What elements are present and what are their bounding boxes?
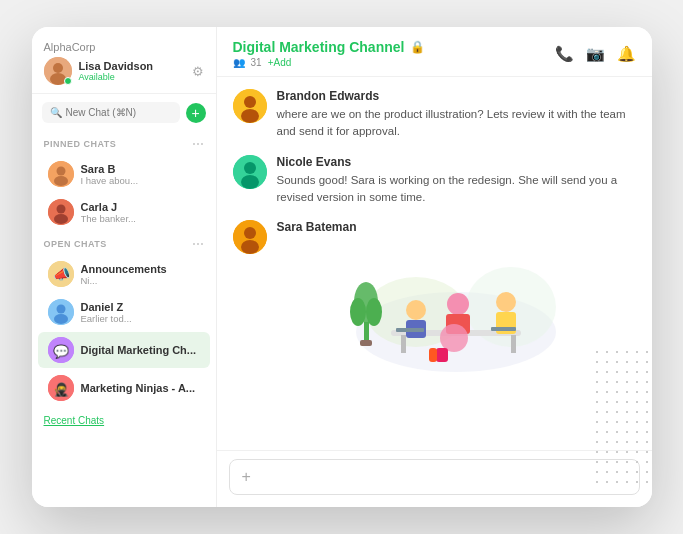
open-chat-daniel[interactable]: Daniel Z Earlier tod... (38, 294, 210, 330)
svg-point-23 (241, 175, 259, 189)
pinned-chats-header: PINNED CHATS ⋯ (32, 131, 216, 155)
announcements-icon: 📣 (48, 261, 74, 287)
svg-point-7 (56, 205, 65, 214)
messages-area: Brandon Edwards where are we on the prod… (217, 77, 652, 450)
user-avatar-wrap (44, 57, 72, 85)
svg-point-44 (496, 292, 516, 312)
svg-point-4 (56, 167, 65, 176)
daniel-chat-text: Daniel Z Earlier tod... (81, 301, 200, 324)
svg-text:🥷: 🥷 (53, 381, 70, 398)
sidebar-header: AlphaCorp Lisa Davi (32, 27, 216, 94)
svg-point-2 (50, 73, 66, 85)
carla-avatar (48, 199, 74, 225)
svg-point-43 (440, 324, 468, 352)
pinned-more-icon[interactable]: ⋯ (192, 137, 204, 151)
phone-icon[interactable]: 📞 (555, 45, 574, 63)
pinned-chat-carla[interactable]: Carla J The banker... (38, 194, 210, 230)
open-chat-marketing[interactable]: 🥷 Marketing Ninjas - A... (38, 370, 210, 406)
carla-avatar-img (48, 199, 74, 225)
marketing-avatar-img: 🥷 (48, 375, 74, 401)
new-chat-button[interactable]: + (186, 103, 206, 123)
header-actions: 📞 📷 🔔 (555, 45, 636, 63)
carla-chat-name: Carla J (81, 201, 200, 213)
message-input-box: + (229, 459, 640, 495)
user-row: Lisa Davidson Available ⚙ (44, 57, 204, 85)
user-status: Available (79, 72, 154, 82)
bell-icon[interactable]: 🔔 (617, 45, 636, 63)
svg-point-22 (244, 162, 256, 174)
svg-rect-48 (429, 348, 437, 362)
sidebar: AlphaCorp Lisa Davi (32, 27, 217, 507)
nicole-text: Sounds good! Sara is working on the rede… (277, 172, 636, 207)
open-chat-announcements[interactable]: 📣 Announcements Ni... (38, 256, 210, 292)
message-input[interactable] (259, 470, 627, 484)
sara-chat-text: Sara B I have abou... (81, 163, 200, 186)
announcements-avatar: 📣 (48, 261, 74, 287)
svg-rect-34 (360, 340, 372, 346)
input-plus-icon[interactable]: + (242, 468, 251, 486)
svg-rect-47 (436, 348, 448, 362)
video-icon[interactable]: 📷 (586, 45, 605, 63)
nicole-message-body: Nicole Evans Sounds good! Sara is workin… (277, 155, 636, 207)
members-count: 31 (251, 57, 262, 68)
lock-icon: 🔒 (410, 40, 425, 54)
sara-chat-preview: I have abou... (81, 175, 200, 186)
svg-point-19 (244, 96, 256, 108)
sara-avatar-img (48, 161, 74, 187)
channel-title-row: Digital Marketing Channel 🔒 👥 31 +Add (233, 39, 426, 68)
svg-rect-36 (401, 335, 406, 353)
add-members-button[interactable]: +Add (268, 57, 292, 68)
open-more-icon[interactable]: ⋯ (192, 237, 204, 251)
search-row: 🔍 + (32, 94, 216, 131)
search-input[interactable] (66, 107, 172, 118)
daniel-avatar-img (48, 299, 74, 325)
marketing-chat-text: Marketing Ninjas - A... (81, 382, 200, 394)
recent-chats-link[interactable]: Recent Chats (32, 407, 216, 434)
marketing-chat-name: Marketing Ninjas - A... (81, 382, 200, 394)
svg-text:📣: 📣 (53, 266, 71, 283)
workspace-name: AlphaCorp (44, 41, 204, 53)
app-window: AlphaCorp Lisa Davi (32, 27, 652, 507)
nicole-avatar-img (233, 155, 267, 189)
carla-chat-preview: The banker... (81, 213, 200, 224)
team-illustration (336, 242, 576, 372)
search-icon: 🔍 (50, 107, 62, 118)
user-info: Lisa Davidson Available (44, 57, 154, 85)
digital-chat-text: Digital Marketing Ch... (81, 344, 200, 356)
digital-chat-name: Digital Marketing Ch... (81, 344, 200, 356)
svg-point-20 (241, 109, 259, 123)
members-icon: 👥 (233, 57, 245, 68)
illustration-area (277, 237, 636, 377)
announcements-chat-name: Announcements (81, 263, 200, 275)
svg-point-26 (241, 240, 259, 254)
svg-point-12 (56, 305, 65, 314)
channel-meta: 👥 31 +Add (233, 57, 426, 68)
sara-bateman-avatar (233, 220, 267, 254)
sara-bateman-name: Sara Bateman (277, 220, 636, 234)
svg-point-33 (366, 298, 382, 326)
brandon-name: Brandon Edwards (277, 89, 636, 103)
sara-chat-name: Sara B (81, 163, 200, 175)
svg-point-32 (350, 298, 366, 326)
nicole-avatar (233, 155, 267, 189)
daniel-chat-name: Daniel Z (81, 301, 200, 313)
pinned-chat-sara[interactable]: Sara B I have abou... (38, 156, 210, 192)
channel-title: Digital Marketing Channel 🔒 (233, 39, 426, 55)
announcements-chat-preview: Ni... (81, 275, 200, 286)
svg-point-41 (447, 293, 469, 315)
gear-icon[interactable]: ⚙ (192, 64, 204, 79)
svg-point-5 (54, 176, 68, 186)
pinned-chats-title: PINNED CHATS (44, 139, 117, 149)
sara-bateman-avatar-img (233, 220, 267, 254)
svg-text:💬: 💬 (53, 343, 70, 360)
svg-rect-40 (396, 328, 424, 332)
open-chats-title: OPEN CHATS (44, 239, 107, 249)
svg-rect-37 (511, 335, 516, 353)
online-indicator (64, 77, 72, 85)
message-input-area: + (217, 450, 652, 507)
open-chat-digital[interactable]: 💬 Digital Marketing Ch... (38, 332, 210, 368)
channel-name: Digital Marketing Channel (233, 39, 405, 55)
svg-point-38 (406, 300, 426, 320)
search-box[interactable]: 🔍 (42, 102, 180, 123)
carla-chat-text: Carla J The banker... (81, 201, 200, 224)
